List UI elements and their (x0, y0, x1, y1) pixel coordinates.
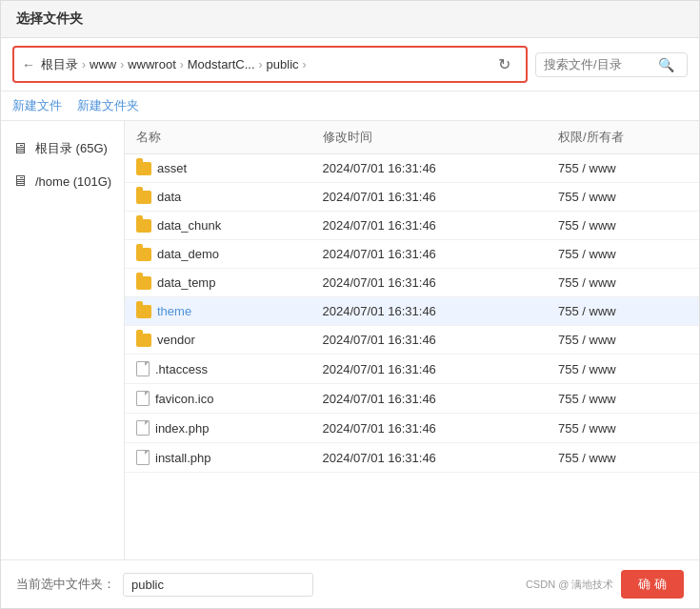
footer-selected-input[interactable] (123, 573, 313, 597)
breadcrumb-wwwroot[interactable]: wwwroot (128, 57, 176, 71)
table-row[interactable]: data_temp 2024/07/01 16:31:46 755 / www (125, 269, 699, 297)
cell-modified: 2024/07/01 16:31:46 (311, 326, 547, 355)
file-name: data_temp (157, 275, 215, 290)
new-file-button[interactable]: 新建文件 (12, 97, 62, 114)
cell-name: install.php (125, 443, 311, 473)
file-name: .htaccess (155, 362, 208, 376)
file-name: data_demo (157, 247, 219, 261)
file-name: install.php (155, 451, 211, 465)
folder-icon (136, 191, 151, 204)
file-icon (136, 420, 150, 436)
folder-icon (136, 276, 151, 290)
cell-name: theme (125, 297, 311, 326)
table-row[interactable]: theme 2024/07/01 16:31:46 755 / www (125, 297, 699, 326)
folder-icon (136, 248, 151, 261)
cell-permissions: 755 / www (547, 212, 699, 240)
cell-permissions: 755 / www (547, 297, 699, 326)
cell-modified: 2024/07/01 16:31:46 (311, 443, 547, 473)
file-name: theme (157, 304, 191, 318)
sidebar: 🖥 根目录 (65G) 🖥 /home (101G) (1, 121, 125, 559)
col-permissions: 权限/所有者 (547, 121, 699, 154)
search-button[interactable]: 🔍 (658, 57, 674, 72)
table-header-row: 名称 修改时间 权限/所有者 (125, 121, 699, 154)
breadcrumb-root[interactable]: 根目录 (41, 56, 78, 73)
confirm-button[interactable]: 确 确 (621, 570, 684, 599)
breadcrumb-public[interactable]: public (267, 57, 299, 71)
cell-modified: 2024/07/01 16:31:46 (311, 269, 547, 297)
cell-permissions: 755 / www (547, 414, 699, 443)
cell-name: data_temp (125, 269, 311, 297)
file-icon (136, 450, 150, 465)
sidebar-item-home-label: /home (101G) (35, 174, 111, 189)
file-name: data (157, 190, 181, 204)
table-row[interactable]: index.php 2024/07/01 16:31:46 755 / www (125, 414, 699, 443)
cell-modified: 2024/07/01 16:31:46 (311, 414, 547, 443)
file-table: 名称 修改时间 权限/所有者 asset 2024/07/01 16:31:46… (125, 121, 699, 559)
disk-icon-root: 🖥 (12, 140, 28, 157)
cell-name: index.php (125, 414, 311, 443)
cell-modified: 2024/07/01 16:31:46 (311, 212, 547, 240)
cell-permissions: 755 / www (547, 326, 699, 355)
file-icon (136, 361, 150, 376)
cell-modified: 2024/07/01 16:31:46 (311, 297, 547, 326)
title-bar: 选择文件夹 (1, 1, 699, 38)
footer-watermark: CSDN @ 满地技术 (526, 578, 613, 592)
file-name: index.php (155, 421, 209, 436)
table-row[interactable]: vendor 2024/07/01 16:31:46 755 / www (125, 326, 699, 355)
table-row[interactable]: data_demo 2024/07/01 16:31:46 755 / www (125, 240, 699, 269)
back-button[interactable]: ← (22, 55, 41, 74)
search-input[interactable] (544, 57, 658, 71)
refresh-button[interactable]: ↻ (490, 51, 518, 77)
table-row[interactable]: install.php 2024/07/01 16:31:46 755 / ww… (125, 443, 699, 473)
file-name: data_chunk (157, 218, 221, 233)
cell-name: asset (125, 154, 311, 183)
cell-permissions: 755 / www (547, 355, 699, 384)
sidebar-item-root-label: 根目录 (65G) (35, 140, 108, 157)
folder-icon (136, 334, 151, 347)
footer-right: CSDN @ 满地技术 确 确 (526, 570, 684, 599)
sidebar-item-root[interactable]: 🖥 根目录 (65G) (1, 132, 124, 165)
toolbar: ← 根目录 › www › wwwroot › ModstartC... › p… (1, 38, 699, 91)
cell-modified: 2024/07/01 16:31:46 (311, 240, 547, 269)
breadcrumb-www[interactable]: www (90, 57, 116, 71)
table-row[interactable]: .htaccess 2024/07/01 16:31:46 755 / www (125, 355, 699, 384)
col-modified: 修改时间 (311, 121, 547, 154)
cell-modified: 2024/07/01 16:31:46 (311, 355, 547, 384)
dialog: 选择文件夹 ← 根目录 › www › wwwroot › ModstartC.… (0, 0, 700, 609)
footer-label: 当前选中文件夹： (16, 576, 115, 593)
breadcrumb: 根目录 › www › wwwroot › ModstartC... › pub… (41, 56, 490, 73)
breadcrumb-sep-2: › (180, 58, 184, 71)
files-table: 名称 修改时间 权限/所有者 asset 2024/07/01 16:31:46… (125, 121, 699, 473)
breadcrumb-sep-4: › (303, 58, 307, 71)
search-box: 🔍 (535, 52, 688, 77)
cell-name: vendor (125, 326, 311, 355)
cell-name: data (125, 183, 311, 212)
table-row[interactable]: data_chunk 2024/07/01 16:31:46 755 / www (125, 212, 699, 240)
cell-permissions: 755 / www (547, 269, 699, 297)
breadcrumb-sep-3: › (259, 58, 263, 71)
table-row[interactable]: favicon.ico 2024/07/01 16:31:46 755 / ww… (125, 384, 699, 414)
action-bar: 新建文件 新建文件夹 (1, 91, 699, 121)
folder-icon (136, 219, 151, 233)
file-name: asset (157, 161, 187, 175)
sidebar-item-home[interactable]: 🖥 /home (101G) (1, 165, 124, 197)
table-row[interactable]: asset 2024/07/01 16:31:46 755 / www (125, 154, 699, 183)
file-icon (136, 391, 150, 406)
footer: 当前选中文件夹： CSDN @ 满地技术 确 确 (1, 559, 699, 608)
folder-icon (136, 162, 151, 175)
breadcrumb-sep-0: › (82, 58, 86, 71)
cell-name: data_demo (125, 240, 311, 269)
toolbar-nav: ← 根目录 › www › wwwroot › ModstartC... › p… (12, 46, 528, 83)
cell-permissions: 755 / www (547, 154, 699, 183)
breadcrumb-modstart[interactable]: ModstartC... (188, 57, 255, 71)
cell-modified: 2024/07/01 16:31:46 (311, 154, 547, 183)
cell-modified: 2024/07/01 16:31:46 (311, 384, 547, 414)
folder-icon (136, 305, 151, 318)
breadcrumb-sep-1: › (120, 58, 124, 71)
file-area: 名称 修改时间 权限/所有者 asset 2024/07/01 16:31:46… (125, 121, 699, 559)
cell-name: favicon.ico (125, 384, 311, 414)
main-content: 🖥 根目录 (65G) 🖥 /home (101G) 名称 修改时间 权限/所有… (1, 121, 699, 559)
table-row[interactable]: data 2024/07/01 16:31:46 755 / www (125, 183, 699, 212)
new-folder-button[interactable]: 新建文件夹 (77, 97, 139, 114)
file-name: vendor (157, 333, 195, 347)
